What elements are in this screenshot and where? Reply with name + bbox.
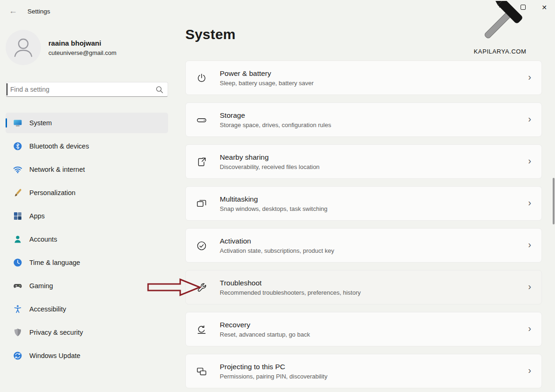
card-recovery[interactable]: Recovery Reset, advanced startup, go bac… bbox=[185, 312, 542, 346]
search-icon bbox=[156, 86, 163, 94]
sidebar-item-label: Accessibility bbox=[29, 305, 66, 313]
card-title: Recovery bbox=[220, 321, 310, 329]
avatar[interactable] bbox=[6, 30, 41, 65]
window-title: Settings bbox=[27, 8, 50, 15]
update-refresh-icon bbox=[13, 351, 22, 360]
sidebar-item-accessibility[interactable]: Accessibility bbox=[6, 299, 168, 319]
settings-card-list: Power & battery Sleep, battery usage, ba… bbox=[185, 61, 542, 392]
check-circle-icon bbox=[196, 240, 207, 251]
card-title: Troubleshoot bbox=[220, 279, 361, 287]
person-icon bbox=[6, 30, 41, 65]
wifi-icon bbox=[13, 165, 22, 174]
sidebar-item-apps[interactable]: Apps bbox=[6, 206, 168, 226]
apps-grid-icon bbox=[13, 211, 22, 221]
card-subtitle: Storage space, drives, configuration rul… bbox=[220, 122, 331, 128]
sidebar-item-windows-update[interactable]: Windows Update bbox=[6, 345, 168, 366]
game-controller-icon bbox=[13, 281, 22, 291]
chevron-right-icon: › bbox=[528, 114, 531, 124]
dual-screens-icon bbox=[196, 366, 207, 377]
card-troubleshoot[interactable]: Troubleshoot Recommended troubleshooters… bbox=[185, 270, 542, 304]
sidebar-item-label: Windows Update bbox=[29, 352, 81, 359]
card-activation[interactable]: Activation Activation state, subscriptio… bbox=[185, 228, 542, 263]
share-icon bbox=[196, 156, 207, 168]
card-subtitle: Discoverability, received files location bbox=[220, 163, 319, 170]
sidebar-item-privacy-security[interactable]: Privacy & security bbox=[6, 322, 168, 343]
shield-icon bbox=[13, 328, 22, 337]
text-caret bbox=[7, 83, 7, 95]
page-title: System bbox=[185, 27, 236, 42]
card-title: Nearby sharing bbox=[220, 153, 319, 162]
chevron-right-icon: › bbox=[528, 72, 531, 82]
card-text: Recovery Reset, advanced startup, go bac… bbox=[220, 321, 310, 338]
watermark-text: KAPILARYA.COM bbox=[460, 48, 540, 55]
card-text: Nearby sharing Discoverability, received… bbox=[220, 153, 319, 170]
card-title: Power & battery bbox=[220, 69, 314, 78]
sidebar-item-label: Apps bbox=[29, 212, 45, 220]
storage-drive-icon bbox=[196, 115, 207, 126]
card-text: Storage Storage space, drives, configura… bbox=[220, 111, 331, 128]
sidebar-item-bluetooth-devices[interactable]: Bluetooth & devices bbox=[6, 136, 168, 156]
sidebar-item-label: Network & internet bbox=[29, 166, 85, 173]
card-subtitle: Activation state, subscriptions, product… bbox=[220, 247, 334, 254]
sidebar-item-label: Bluetooth & devices bbox=[29, 142, 89, 150]
search-box[interactable] bbox=[6, 82, 168, 97]
sidebar-item-personalization[interactable]: Personalization bbox=[6, 182, 168, 203]
search-input[interactable] bbox=[6, 82, 150, 96]
card-nearby-sharing[interactable]: Nearby sharing Discoverability, received… bbox=[185, 144, 542, 179]
chevron-right-icon: › bbox=[528, 239, 531, 250]
sidebar-item-label: Time & language bbox=[29, 259, 80, 266]
scrollbar-thumb[interactable] bbox=[553, 178, 555, 224]
accounts-person-icon bbox=[13, 235, 22, 244]
card-text: Power & battery Sleep, battery usage, ba… bbox=[220, 69, 314, 87]
user-email: cuteuniverse@gmail.com bbox=[48, 49, 116, 56]
card-text: Activation Activation state, subscriptio… bbox=[220, 237, 334, 254]
accessibility-person-icon bbox=[13, 304, 22, 314]
sidebar-item-accounts[interactable]: Accounts bbox=[6, 229, 168, 250]
card-title: Projecting to this PC bbox=[220, 363, 327, 371]
recovery-restore-icon bbox=[196, 324, 207, 335]
watermark: KAPILARYA.COM bbox=[460, 1, 540, 55]
bluetooth-icon bbox=[13, 142, 22, 151]
chevron-right-icon: › bbox=[528, 323, 531, 334]
sidebar-item-time-language[interactable]: Time & language bbox=[6, 252, 168, 273]
power-icon bbox=[196, 73, 207, 84]
card-power-battery[interactable]: Power & battery Sleep, battery usage, ba… bbox=[185, 61, 542, 95]
chevron-right-icon: › bbox=[528, 155, 531, 166]
sidebar-item-label: Personalization bbox=[29, 189, 75, 196]
card-title: Multitasking bbox=[220, 195, 327, 203]
chevron-right-icon: › bbox=[528, 365, 531, 376]
system-icon bbox=[13, 118, 22, 128]
sidebar-item-label: System bbox=[29, 119, 52, 127]
card-title: Storage bbox=[220, 111, 331, 120]
sidebar-item-gaming[interactable]: Gaming bbox=[6, 276, 168, 296]
hammer-icon bbox=[465, 1, 535, 49]
annotation-arrow-icon bbox=[147, 277, 203, 297]
card-storage[interactable]: Storage Storage space, drives, configura… bbox=[185, 102, 542, 137]
card-text: Multitasking Snap windows, desktops, tas… bbox=[220, 195, 327, 212]
card-subtitle: Reset, advanced startup, go back bbox=[220, 331, 310, 338]
card-text: Projecting to this PC Permissions, pairi… bbox=[220, 363, 327, 380]
card-subtitle: Sleep, battery usage, battery saver bbox=[220, 80, 314, 87]
card-multitasking[interactable]: Multitasking Snap windows, desktops, tas… bbox=[185, 186, 542, 221]
clock-icon bbox=[13, 258, 22, 267]
card-subtitle: Permissions, pairing PIN, discoverabilit… bbox=[220, 373, 327, 380]
sidebar-item-network-internet[interactable]: Network & internet bbox=[6, 159, 168, 180]
sidebar-item-system[interactable]: System bbox=[6, 113, 168, 133]
card-subtitle: Recommended troubleshooters, preferences… bbox=[220, 289, 361, 296]
card-title: Activation bbox=[220, 237, 334, 245]
card-subtitle: Snap windows, desktops, task switching bbox=[220, 205, 327, 212]
paintbrush-icon bbox=[13, 188, 22, 197]
back-button[interactable]: ← bbox=[6, 6, 20, 16]
sidebar-nav: System Bluetooth & devices Network & i bbox=[6, 113, 168, 369]
sidebar-item-label: Accounts bbox=[29, 236, 57, 243]
sidebar-item-label: Privacy & security bbox=[29, 329, 83, 336]
chevron-right-icon: › bbox=[528, 197, 531, 208]
sidebar-item-label: Gaming bbox=[29, 282, 53, 290]
settings-window: ← Settings ✕ KAPILARYA.COM raaina bhojwa… bbox=[0, 0, 555, 392]
card-projecting-to-this-pc[interactable]: Projecting to this PC Permissions, pairi… bbox=[185, 354, 542, 388]
card-text: Troubleshoot Recommended troubleshooters… bbox=[220, 279, 361, 296]
windows-overlap-icon bbox=[196, 198, 207, 210]
chevron-right-icon: › bbox=[528, 281, 531, 292]
user-name: raaina bhojwani bbox=[48, 39, 101, 47]
